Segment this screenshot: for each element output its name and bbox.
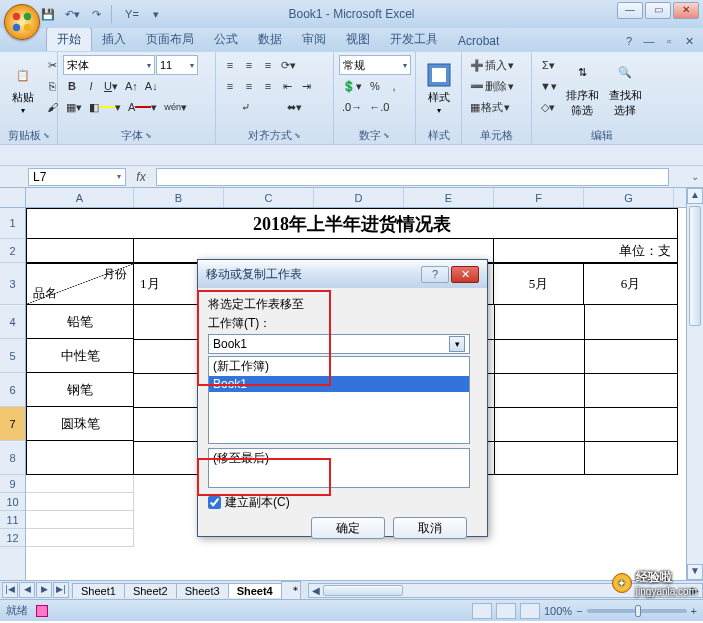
cell-unit[interactable]: 单位：支 bbox=[494, 239, 678, 263]
find-select-button[interactable]: 🔍 查找和 选择 bbox=[605, 55, 646, 121]
create-copy-checkbox[interactable]: 建立副本(C) bbox=[208, 494, 477, 511]
orientation-icon[interactable]: ⟳▾ bbox=[278, 55, 299, 75]
align-middle-icon[interactable]: ≡ bbox=[240, 55, 258, 75]
clear-icon[interactable]: ◇▾ bbox=[537, 97, 560, 117]
dialog-close-icon[interactable]: ✕ bbox=[451, 266, 479, 283]
percent-icon[interactable]: % bbox=[366, 76, 384, 96]
borders-icon[interactable]: ▦▾ bbox=[63, 97, 85, 117]
before-sheet-list[interactable]: (移至最后) bbox=[208, 448, 470, 488]
fx-icon[interactable]: fx bbox=[132, 168, 150, 186]
tab-home[interactable]: 开始 bbox=[46, 27, 92, 51]
row-header-4[interactable]: 4 bbox=[0, 305, 25, 339]
delete-cells-button[interactable]: ➖删除▾ bbox=[467, 76, 527, 96]
list-item-new[interactable]: (新工作簿) bbox=[209, 357, 469, 376]
tab-nav-last-icon[interactable]: ▶| bbox=[53, 582, 69, 598]
cell-styles-button[interactable]: 样式 ▾ bbox=[421, 55, 457, 121]
cancel-button[interactable]: 取消 bbox=[393, 517, 467, 539]
minimize-button[interactable]: — bbox=[617, 2, 643, 19]
sheet-tab-2[interactable]: Sheet2 bbox=[124, 583, 177, 598]
indent-dec-icon[interactable]: ⇤ bbox=[278, 76, 296, 96]
font-color-icon[interactable]: A▾ bbox=[125, 97, 160, 117]
fill-icon[interactable]: ▼▾ bbox=[537, 76, 560, 96]
row-header-2[interactable]: 2 bbox=[0, 239, 25, 263]
sheet-tab-4[interactable]: Sheet4 bbox=[228, 583, 282, 598]
col-header-b[interactable]: B bbox=[134, 188, 224, 207]
cell-item-2[interactable]: 中性笔 bbox=[26, 339, 134, 373]
format-cells-button[interactable]: ▦格式▾ bbox=[467, 97, 527, 117]
inc-decimal-icon[interactable]: .0→ bbox=[339, 97, 365, 117]
ribbon-restore-icon[interactable]: ▫ bbox=[661, 35, 677, 51]
col-header-c[interactable]: C bbox=[224, 188, 314, 207]
sheet-tab-1[interactable]: Sheet1 bbox=[72, 583, 125, 598]
italic-icon[interactable]: I bbox=[82, 76, 100, 96]
align-bottom-icon[interactable]: ≡ bbox=[259, 55, 277, 75]
sheet-tab-3[interactable]: Sheet3 bbox=[176, 583, 229, 598]
list-item-book1[interactable]: Book1 bbox=[209, 376, 469, 392]
dialog-titlebar[interactable]: 移动或复制工作表 ? ✕ bbox=[198, 260, 487, 288]
align-center-icon[interactable]: ≡ bbox=[240, 76, 258, 96]
shrink-font-icon[interactable]: A↓ bbox=[142, 76, 161, 96]
insert-cells-button[interactable]: ➕插入▾ bbox=[467, 55, 527, 75]
cell-item-4[interactable]: 圆珠笔 bbox=[26, 407, 134, 441]
view-page-layout-icon[interactable] bbox=[496, 603, 516, 619]
row-header-5[interactable]: 5 bbox=[0, 339, 25, 373]
cell-a2[interactable] bbox=[26, 239, 134, 263]
copy-checkbox-input[interactable] bbox=[208, 496, 221, 509]
tab-developer[interactable]: 开发工具 bbox=[380, 28, 448, 51]
fill-color-icon[interactable]: ◧▾ bbox=[86, 97, 124, 117]
col-header-e[interactable]: E bbox=[404, 188, 494, 207]
align-left-icon[interactable]: ≡ bbox=[221, 76, 239, 96]
row-header-3[interactable]: 3 bbox=[0, 263, 25, 305]
ribbon-close-icon[interactable]: ✕ bbox=[681, 35, 697, 51]
cell-a8[interactable] bbox=[26, 441, 134, 475]
comma-icon[interactable]: , bbox=[385, 76, 403, 96]
number-format-combo[interactable]: 常规▾ bbox=[339, 55, 411, 75]
zoom-level[interactable]: 100% bbox=[544, 605, 572, 617]
cell-item-1[interactable]: 铅笔 bbox=[26, 305, 134, 339]
tab-nav-next-icon[interactable]: ▶ bbox=[36, 582, 52, 598]
row-header-8[interactable]: 8 bbox=[0, 441, 25, 475]
font-size-combo[interactable]: 11▾ bbox=[156, 55, 198, 75]
col-header-a[interactable]: A bbox=[26, 188, 134, 207]
ribbon-minimize-icon[interactable]: — bbox=[641, 35, 657, 51]
ok-button[interactable]: 确定 bbox=[311, 517, 385, 539]
vertical-scrollbar[interactable]: ▲ ▼ bbox=[686, 188, 703, 580]
select-all-corner[interactable] bbox=[0, 188, 25, 208]
maximize-button[interactable]: ▭ bbox=[645, 2, 671, 19]
cell-title[interactable]: 2018年上半年进货情况表 bbox=[26, 208, 678, 239]
wrap-text-icon[interactable]: ⤶ bbox=[221, 97, 269, 117]
row-header-9[interactable]: 9 bbox=[0, 475, 25, 493]
tab-insert[interactable]: 插入 bbox=[92, 28, 136, 51]
office-button[interactable] bbox=[4, 4, 40, 40]
col-header-d[interactable]: D bbox=[314, 188, 404, 207]
tab-acrobat[interactable]: Acrobat bbox=[448, 31, 509, 51]
tab-formulas[interactable]: 公式 bbox=[204, 28, 248, 51]
grow-font-icon[interactable]: A↑ bbox=[122, 76, 141, 96]
zoom-out-icon[interactable]: − bbox=[576, 605, 582, 617]
tab-nav-prev-icon[interactable]: ◀ bbox=[19, 582, 35, 598]
row-header-6[interactable]: 6 bbox=[0, 373, 25, 407]
phonetic-icon[interactable]: wén▾ bbox=[161, 97, 190, 117]
tab-data[interactable]: 数据 bbox=[248, 28, 292, 51]
bold-icon[interactable]: B bbox=[63, 76, 81, 96]
new-sheet-tab-icon[interactable]: ＊ bbox=[281, 581, 301, 599]
save-icon[interactable]: 💾 bbox=[38, 4, 58, 24]
indent-inc-icon[interactable]: ⇥ bbox=[297, 76, 315, 96]
ycmd-icon[interactable]: Y= bbox=[122, 4, 142, 24]
qat-customize-icon[interactable]: ▾ bbox=[146, 4, 166, 24]
tab-nav-first-icon[interactable]: |◀ bbox=[2, 582, 18, 598]
zoom-in-icon[interactable]: + bbox=[691, 605, 697, 617]
underline-icon[interactable]: U▾ bbox=[101, 76, 121, 96]
row-header-11[interactable]: 11 bbox=[0, 511, 25, 529]
row-header-7[interactable]: 7 bbox=[0, 407, 25, 441]
tab-review[interactable]: 审阅 bbox=[292, 28, 336, 51]
row-header-10[interactable]: 10 bbox=[0, 493, 25, 511]
help-icon[interactable]: ? bbox=[621, 35, 637, 51]
formula-expand-icon[interactable]: ⌄ bbox=[687, 171, 703, 182]
dec-decimal-icon[interactable]: ←.0 bbox=[366, 97, 392, 117]
merge-center-icon[interactable]: ⬌▾ bbox=[270, 97, 318, 117]
align-top-icon[interactable]: ≡ bbox=[221, 55, 239, 75]
cell-month-5[interactable]: 5月 bbox=[494, 263, 584, 305]
workbook-combo[interactable]: Book1▾ bbox=[208, 334, 470, 354]
row-header-12[interactable]: 12 bbox=[0, 529, 25, 547]
